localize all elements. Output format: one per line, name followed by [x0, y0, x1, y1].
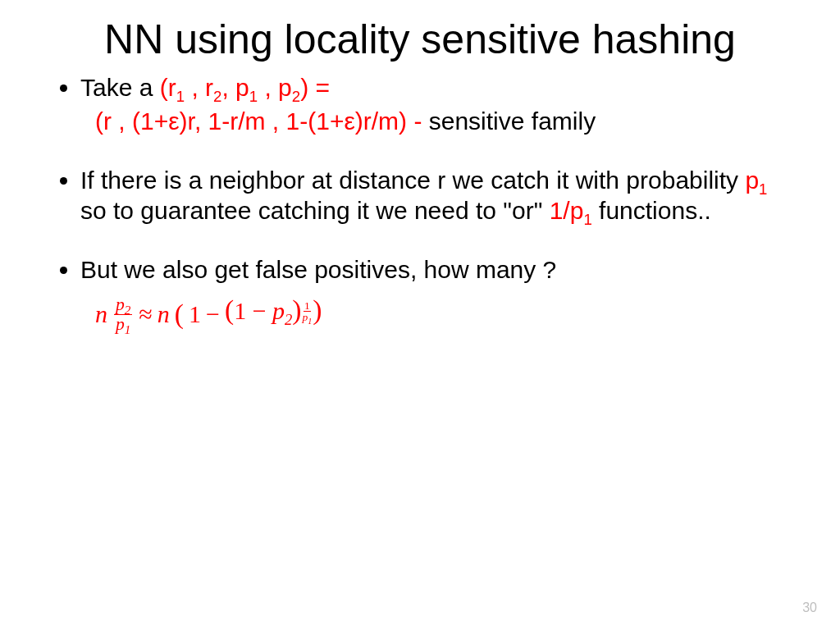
b1-sub1: 1	[176, 88, 185, 105]
eq-m1: −	[206, 299, 220, 330]
eq-fb-s: 1	[125, 323, 131, 336]
slide-title: NN using locality sensitive hashing	[49, 16, 791, 64]
b1-close: ) =	[300, 74, 330, 101]
bullet-1: Take a (r1 , r2, p1 , p2) = (r , (1+ε)r,…	[80, 72, 791, 137]
bullet-list: Take a (r1 , r2, p1 , p2) = (r , (1+ε)r,…	[49, 72, 791, 336]
b2-part1: If there is a neighbor at distance r we …	[80, 167, 745, 194]
b1-params: (r1 , r2, p1 , p2) =	[160, 74, 330, 101]
eq-m2: −	[253, 297, 267, 324]
b1-line2-red: (r , (1+ε)r, 1-r/m , 1-(1+ε)r/m) -	[95, 107, 429, 135]
b1-sub2: 2	[213, 88, 221, 105]
eq-p2: p	[272, 297, 285, 324]
eq-one2: 1	[234, 297, 246, 324]
bullet-3: But we also get false positives, how man…	[80, 254, 791, 336]
eq-exp-top: 1	[304, 300, 311, 313]
eq-inner: (1 − p2)1p1)	[225, 293, 322, 336]
b1-line2: (r , (1+ε)r, 1-r/m , 1-(1+ε)r/m) - sensi…	[95, 106, 791, 137]
eq-p2s: 2	[285, 311, 292, 328]
b2-1overp-sub: 1	[583, 211, 591, 228]
b2-part3: functions..	[592, 197, 711, 224]
b1-lead: Take a	[80, 74, 160, 101]
b1-c1: , r	[185, 74, 213, 101]
eq-fb-p: p	[116, 314, 125, 334]
eq-n2: n	[158, 299, 170, 330]
b3-text: But we also get false positives, how man…	[80, 256, 556, 283]
eq-one: 1	[189, 299, 201, 330]
eq-approx: ≈	[139, 299, 152, 330]
eq-n1: n	[95, 299, 107, 330]
eq-frac-p2p1: p2 p1	[114, 295, 132, 333]
eq-o1: (	[175, 297, 184, 331]
b1-open: (r	[160, 74, 176, 101]
bullet-2: If there is a neighbor at distance r we …	[80, 165, 791, 226]
b2-part2: so to guarantee catching it we need to "…	[80, 197, 550, 224]
eq-o2: (	[225, 294, 234, 325]
b2-p1: p1	[745, 167, 767, 194]
eq-exp-bs: 1	[308, 317, 312, 326]
b1-sub3: 1	[249, 88, 258, 105]
eq-c2: )	[292, 294, 301, 325]
eq-exponent: 1p1	[302, 300, 313, 326]
eq-frac-num: p2	[114, 295, 132, 315]
page-number: 30	[802, 600, 817, 615]
eq-frac-den: p1	[114, 315, 132, 334]
b1-line2-black: sensitive family	[429, 107, 596, 135]
eq-ft-p: p	[116, 294, 125, 314]
b2-p1-p: p	[745, 167, 759, 194]
b1-sub4: 2	[292, 88, 300, 105]
false-positive-equation: n p2 p1 ≈ n(1 − (1 − p2)1p1)	[95, 293, 791, 336]
b1-c3: , p	[258, 74, 292, 101]
b1-c2: , p	[221, 74, 249, 101]
eq-exp-bot: p1	[302, 312, 313, 326]
eq-c1: )	[313, 294, 322, 325]
slide: NN using locality sensitive hashing Take…	[0, 0, 840, 630]
b2-p1-sub: 1	[759, 180, 767, 198]
b2-1overp-t: 1/p	[550, 197, 584, 224]
b2-1overp: 1/p1	[550, 197, 592, 224]
